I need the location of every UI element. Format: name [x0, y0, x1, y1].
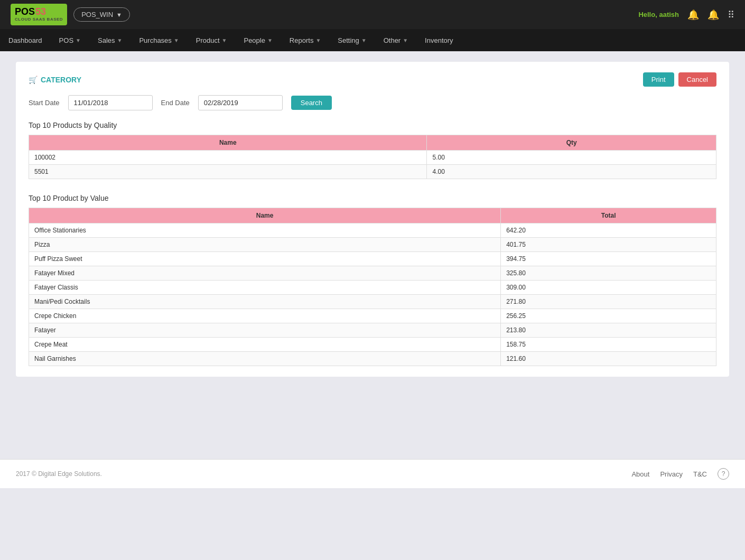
cart-icon: 🛒	[29, 76, 38, 84]
category-title: 🛒 CATERORY	[29, 76, 81, 84]
cell-total: 121.60	[501, 352, 716, 366]
quality-table: Name Qty 1000025.0055014.00	[29, 135, 716, 179]
cell-name: Fatayer Classis	[29, 281, 501, 295]
logo-sub: CLOUD SAAS BASED	[15, 17, 63, 22]
chevron-icon: ▼	[174, 38, 179, 43]
nav-purchases[interactable]: Purchases▼	[131, 29, 187, 51]
content-card: 🛒 CATERORY Print Cancel Start Date End D…	[16, 62, 729, 377]
end-date-label: End Date	[161, 99, 190, 107]
table-row: 1000025.00	[29, 151, 716, 165]
nav-other[interactable]: Other▼	[375, 29, 416, 51]
cell-name: Crepe Meat	[29, 338, 501, 352]
table-row: Crepe Chicken256.25	[29, 309, 716, 323]
chevron-down-icon: ▼	[116, 12, 122, 18]
col-name-1: Name	[29, 135, 427, 151]
footer-copyright: 2017 © Digital Edge Solutions.	[16, 470, 102, 478]
start-date-input[interactable]	[68, 95, 153, 110]
cell-name: Pizza	[29, 238, 501, 252]
cell-name: 100002	[29, 151, 427, 165]
nav-pos[interactable]: POS▼	[51, 29, 89, 51]
cell-total: 394.75	[501, 252, 716, 266]
section2-title: Top 10 Product by Value	[29, 194, 716, 202]
chevron-icon: ▼	[222, 38, 227, 43]
cell-total: 158.75	[501, 338, 716, 352]
navbar: Dashboard POS▼ Sales▼ Purchases▼ Product…	[0, 29, 745, 51]
btn-group: Print Cancel	[643, 72, 716, 87]
category-header: 🛒 CATERORY Print Cancel	[29, 72, 716, 87]
chevron-icon: ▼	[315, 38, 321, 43]
table-row: Nail Garnishes121.60	[29, 352, 716, 366]
chevron-icon: ▼	[117, 38, 123, 43]
cell-name: 5501	[29, 165, 427, 179]
cell-total: 256.25	[501, 309, 716, 323]
grid-icon[interactable]: ⠿	[728, 9, 734, 21]
nav-people[interactable]: People▼	[235, 29, 281, 51]
branch-selector[interactable]: POS_WIN ▼	[73, 7, 130, 22]
cell-name: Fatayer Mixed	[29, 266, 501, 281]
logo-area: POS 53 CLOUD SAAS BASED POS_WIN ▼	[11, 4, 130, 25]
cancel-button[interactable]: Cancel	[678, 72, 716, 87]
footer-area	[0, 396, 745, 459]
nav-sales[interactable]: Sales▼	[89, 29, 131, 51]
bell-icon[interactable]: 🔔	[687, 9, 699, 21]
cell-name: Office Stationaries	[29, 223, 501, 238]
cell-qty: 4.00	[427, 165, 716, 179]
chevron-icon: ▼	[403, 38, 408, 43]
footer-about[interactable]: About	[631, 470, 649, 478]
topbar: POS 53 CLOUD SAAS BASED POS_WIN ▼ Hello,…	[0, 0, 745, 29]
col-total: Total	[501, 208, 716, 223]
table-row: 55014.00	[29, 165, 716, 179]
table-row: Fatayer Mixed325.80	[29, 266, 716, 281]
table-row: Pizza401.75	[29, 238, 716, 252]
section1-title: Top 10 Products by Quality	[29, 121, 716, 129]
cell-name: Crepe Chicken	[29, 309, 501, 323]
branch-label: POS_WIN	[81, 11, 113, 18]
end-date-input[interactable]	[198, 95, 283, 110]
cell-name: Puff Pizza Sweet	[29, 252, 501, 266]
category-title-text: CATERORY	[41, 76, 81, 84]
footer-bottom: 2017 © Digital Edge Solutions. About Pri…	[0, 459, 745, 488]
chevron-icon: ▼	[267, 38, 273, 43]
col-name-2: Name	[29, 208, 501, 223]
table-row: Office Stationaries642.20	[29, 223, 716, 238]
nav-dashboard[interactable]: Dashboard	[0, 29, 51, 51]
notification-icon[interactable]: 🔔	[707, 9, 719, 21]
cell-total: 213.80	[501, 323, 716, 338]
nav-setting[interactable]: Setting▼	[329, 29, 375, 51]
chevron-icon: ▼	[76, 38, 81, 43]
cell-total: 642.20	[501, 223, 716, 238]
logo-pos: POS	[15, 7, 35, 17]
nav-inventory[interactable]: Inventory	[416, 29, 461, 51]
footer-privacy[interactable]: Privacy	[660, 470, 683, 478]
table-row: Fatayer213.80	[29, 323, 716, 338]
search-button[interactable]: Search	[291, 96, 332, 110]
cell-qty: 5.00	[427, 151, 716, 165]
footer-tc[interactable]: T&C	[693, 470, 707, 478]
cell-name: Mani/Pedi Cocktails	[29, 295, 501, 309]
topbar-right: Hello, aatish 🔔 🔔 ⠿	[638, 9, 734, 21]
cell-total: 309.00	[501, 281, 716, 295]
cell-total: 325.80	[501, 266, 716, 281]
cell-total: 401.75	[501, 238, 716, 252]
chevron-icon: ▼	[361, 38, 367, 43]
table-row: Mani/Pedi Cocktails271.80	[29, 295, 716, 309]
col-qty: Qty	[427, 135, 716, 151]
value-table: Name Total Office Stationaries642.20Pizz…	[29, 208, 716, 366]
footer-links: About Privacy T&C ?	[631, 468, 729, 480]
logo: POS 53 CLOUD SAAS BASED	[11, 4, 67, 25]
table-row: Fatayer Classis309.00	[29, 281, 716, 295]
nav-product[interactable]: Product▼	[188, 29, 236, 51]
logo-number: 53	[35, 7, 46, 17]
date-row: Start Date End Date Search	[29, 95, 716, 110]
start-date-label: Start Date	[29, 99, 60, 107]
cell-name: Nail Garnishes	[29, 352, 501, 366]
nav-reports[interactable]: Reports▼	[281, 29, 329, 51]
cell-total: 271.80	[501, 295, 716, 309]
table-row: Puff Pizza Sweet394.75	[29, 252, 716, 266]
print-button[interactable]: Print	[643, 72, 674, 87]
help-icon[interactable]: ?	[718, 468, 729, 480]
table-row: Crepe Meat158.75	[29, 338, 716, 352]
cell-name: Fatayer	[29, 323, 501, 338]
hello-text: Hello, aatish	[638, 11, 679, 18]
main-wrapper: 🛒 CATERORY Print Cancel Start Date End D…	[0, 51, 745, 396]
